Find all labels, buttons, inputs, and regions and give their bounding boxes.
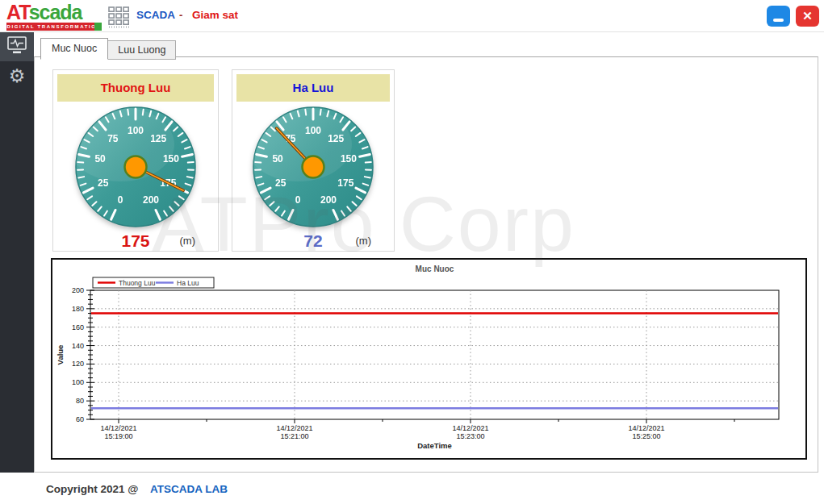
- gauge-scale-label: 25: [98, 177, 109, 189]
- y-tick-label: 80: [76, 397, 84, 405]
- gauge-minor-tick: [188, 162, 194, 163]
- chart-title: Muc Nuoc: [416, 264, 454, 273]
- x-tick-time: 15:25:00: [632, 432, 660, 440]
- monitor-chart-icon: [6, 35, 27, 60]
- logo-tagline-accent: [94, 23, 102, 31]
- x-axis-label: DateTime: [417, 441, 452, 450]
- logo-text-green: scada: [29, 1, 82, 23]
- x-tick-date: 14/12/2021: [100, 424, 136, 432]
- y-tick-label: 200: [72, 286, 84, 294]
- tab-bar: Muc Nuoc Luu Luong: [40, 38, 176, 60]
- apps-grid-icon[interactable]: [107, 6, 130, 28]
- x-tick-date: 14/12/2021: [628, 424, 664, 432]
- x-tick-date: 14/12/2021: [276, 424, 312, 432]
- logo-tagline: DIGITAL TRANSFORMATION: [6, 23, 102, 31]
- gauge-minor-tick: [305, 110, 306, 115]
- gauge-scale-label: 75: [107, 133, 119, 144]
- sidebar-item-monitoring[interactable]: [0, 32, 34, 61]
- gauge-scale-label: 125: [328, 133, 344, 144]
- sidebar: ⚙: [0, 32, 34, 473]
- tab-muc-nuoc[interactable]: Muc Nuoc: [40, 38, 108, 60]
- gauge-readout: 175 (m): [53, 231, 218, 251]
- menu-separator: -: [179, 9, 182, 21]
- app-window: ATscada DIGITAL TRANSFORMATION SCADA - G…: [0, 0, 824, 504]
- gauge-knob: [125, 156, 147, 178]
- x-tick-time: 15:21:00: [280, 432, 308, 440]
- gauge-scale-label: 0: [295, 194, 301, 206]
- gauge-svg: 0255075100125150175200: [252, 106, 374, 228]
- title-bar: ATscada DIGITAL TRANSFORMATION SCADA - G…: [0, 0, 824, 32]
- gauge-scale-label: 50: [272, 153, 283, 165]
- y-axis-label: Value: [56, 345, 65, 365]
- y-tick-label: 60: [76, 415, 84, 423]
- y-tick-label: 120: [72, 360, 84, 368]
- gauge-minor-tick: [187, 177, 193, 177]
- menu-giam-sat[interactable]: Giam sat: [192, 9, 238, 21]
- gauge-scale-label: 200: [320, 194, 337, 206]
- gauge-title: Thuong Luu: [57, 74, 214, 102]
- gauge-minor-tick: [78, 177, 84, 177]
- gauge-value: 72: [303, 231, 322, 250]
- footer-copyright: Copyright 2021 @: [46, 483, 138, 495]
- trend-chart: Muc Nuoc608010012014016018020014/12/2021…: [51, 258, 807, 460]
- logo-text-red: AT: [6, 1, 29, 23]
- gauge-minor-tick: [255, 162, 261, 163]
- gauge-minor-tick: [365, 177, 370, 177]
- gauge-value: 175: [121, 231, 149, 250]
- x-tick-time: 15:19:00: [104, 432, 132, 440]
- gauge-scale-label: 25: [275, 177, 287, 189]
- gauge-dial: 0255075100125150175200: [252, 106, 374, 228]
- gauge-scale-label: 150: [341, 153, 357, 165]
- trend-chart-svg: Muc Nuoc608010012014016018020014/12/2021…: [52, 260, 805, 458]
- gauge-svg: 0255075100125150175200: [74, 106, 197, 228]
- gauge-scale-label: 50: [94, 153, 106, 165]
- atscada-logo: ATscada DIGITAL TRANSFORMATION: [6, 2, 102, 31]
- y-tick-label: 140: [72, 342, 84, 350]
- gauge-minor-tick: [128, 110, 128, 115]
- menu-scada[interactable]: SCADA: [136, 9, 175, 21]
- gauge-minor-tick: [77, 162, 83, 163]
- gauge-scale-label: 125: [150, 133, 166, 144]
- gauge-scale-label: 100: [128, 125, 144, 136]
- y-tick-label: 180: [72, 305, 84, 313]
- y-tick-label: 160: [72, 323, 84, 331]
- gauge-scale-label: 150: [163, 153, 179, 165]
- legend-label: Thuong Luu: [119, 279, 156, 287]
- minimize-icon: [773, 19, 784, 22]
- tab-luu-luong[interactable]: Luu Luong: [108, 40, 176, 60]
- gauge-scale-label: 0: [118, 194, 123, 206]
- gauge-dial: 0255075100125150175200: [74, 106, 197, 228]
- gauge-unit: (m): [356, 235, 372, 247]
- gauge-knob: [303, 156, 324, 178]
- gauge-unit: (m): [180, 235, 196, 247]
- gauge-minor-tick: [366, 162, 371, 163]
- gear-icon: ⚙: [9, 67, 26, 85]
- x-tick-date: 14/12/2021: [452, 424, 488, 432]
- gauge-minor-tick: [143, 110, 144, 115]
- sidebar-item-settings[interactable]: ⚙: [0, 61, 34, 90]
- gauge-scale-label: 175: [337, 177, 353, 189]
- gauge-readout: 72 (m): [232, 231, 394, 251]
- footer-brand-link[interactable]: ATSCADA LAB: [150, 483, 228, 495]
- x-tick-time: 15:23:00: [456, 432, 484, 440]
- logo-text: ATscada: [6, 2, 102, 23]
- gauge-title: Ha Luu: [236, 74, 390, 102]
- gauge-scale-label: 100: [305, 125, 321, 136]
- gauge-scale-label: 200: [143, 194, 159, 206]
- gauge-minor-tick: [320, 110, 321, 115]
- close-button[interactable]: ✕: [796, 6, 819, 27]
- footer: Copyright 2021 @ ATSCADA LAB: [0, 473, 824, 504]
- gauge-minor-tick: [256, 177, 261, 177]
- minimize-button[interactable]: [767, 6, 790, 27]
- plot-area: [90, 290, 779, 419]
- legend-label: Ha Luu: [177, 279, 199, 287]
- y-tick-label: 100: [72, 378, 84, 386]
- gauge-panel-ha-luu: Ha Luu 0255075100125150175200 72 (m): [232, 69, 395, 252]
- gauge-panel-thuong-luu: Thuong Luu 0255075100125150175200 175 (m…: [52, 69, 219, 252]
